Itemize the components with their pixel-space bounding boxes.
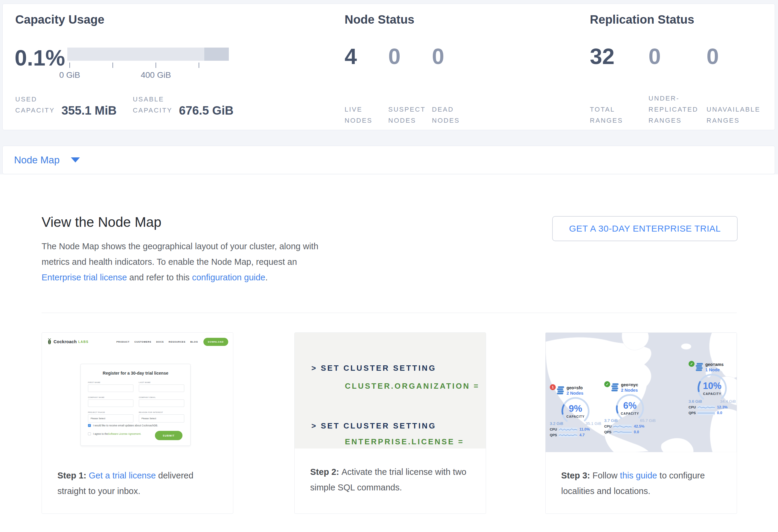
total-ranges-stat: 32 TOTAL RANGES [590,45,648,126]
mini-field-first-name: FIRST NAME [88,381,134,392]
cpu-label: CPU [604,425,613,428]
mini-nav-docs: DOCS [156,340,164,343]
qps-label: QPS [550,433,558,437]
step2-text: Step 2: Activate the trial license with … [295,449,486,514]
capacity-tick [199,63,199,68]
cpu-value: 12.3% [717,405,727,409]
mini-nav-customers: CUSTOMERS [134,340,151,343]
error-badge-icon: 1 [550,384,556,390]
mini-text-input [139,384,184,392]
suspect-nodes-label: SUSPECT NODES [388,104,432,126]
mini-site-brand: Cockroach [54,339,77,344]
step3-body: Follow [593,471,620,480]
suspect-nodes-stat: 0 SUSPECT NODES [388,45,432,126]
locality-nyc: ✓ geo=nyc 2 Nodes 6% CAPACITY [604,382,656,434]
capacity-tick [69,63,70,68]
locality-node-count: 1 Node [705,367,723,373]
page-title: View the Node Map [42,214,161,230]
sql-line-1: > SET CLUSTER SETTING [311,364,436,373]
qps-sparkline-icon [613,430,632,434]
locality-sfo: 1 geo=sfo 2 Nodes 9% CAPACITY [550,385,601,437]
node-map-dropdown-label: Node Map [14,154,60,166]
cockroach-logo-icon [47,338,52,345]
mini-checkbox-license: I agree to the Software License Agreemen… [88,432,141,435]
live-nodes-label: LIVE NODES [344,104,388,126]
total-ranges-label: TOTAL RANGES [590,104,648,126]
database-stack-icon [695,363,703,371]
get-trial-license-link[interactable]: Get a trial license [89,471,156,480]
ok-badge-icon: ✓ [604,381,610,387]
node-map-dropdown[interactable]: Node Map [2,146,775,174]
qps-sparkline-icon [698,411,715,415]
cpu-label: CPU [550,428,558,431]
capacity-caption: CAPACITY [615,412,645,415]
mini-site-header: Cockroach LABS PRODUCT CUSTOMERS DOCS RE… [47,337,228,347]
this-guide-link[interactable]: this guide [620,471,657,480]
node-status-stats: 4 LIVE NODES 0 SUSPECT NODES 0 DEAD NODE… [344,45,477,126]
capacity-tick-label-0: 0 GiB [59,70,80,80]
mini-field-project-phase: PROJECT PHASE Please Select [88,411,134,423]
capacity-tick-label-400: 400 GiB [141,70,171,80]
mini-license-link: Software License Agreement. [108,432,141,435]
live-nodes-value: 4 [344,45,388,68]
mini-text-input [88,384,134,392]
capacity-caption: CAPACITY [560,415,591,418]
mini-nav-blog: BLOG [190,340,198,343]
capacity-gauge: 6% CAPACITY [615,393,645,423]
cpu-label: CPU [689,405,697,409]
sql-line-2: CLUSTER.ORGANIZATION = [345,381,479,391]
unavailable-ranges-value: 0 [706,45,766,68]
description-text: and refer to this [127,273,192,282]
step3-label: Step 3: [561,471,593,480]
step1-label: Step 1: [58,471,89,480]
locality-name: geo=nyc [621,382,638,387]
step3-card: 1 geo=sfo 2 Nodes 9% CAPACITY [545,332,737,514]
mini-checkbox-text: I would like to receive email updates ab… [93,424,158,427]
mini-checkbox-text: I agree to the [93,432,108,435]
mini-field-label: LAST NAME [139,381,184,383]
configuration-guide-link[interactable]: configuration guide [192,273,265,282]
qps-value: 4.7 [579,433,585,437]
under-replicated-stat: 0 UNDER- REPLICATED RANGES [648,45,706,126]
mini-field-company-name: COMPANY NAME [88,396,134,407]
step1-text: Step 1: Get a trial license delivered st… [42,452,233,514]
mini-form-title: Register for a 30-day trial license [81,371,190,376]
chevron-down-icon [71,157,80,162]
capacity-percent: 10% [697,381,728,391]
qps-sparkline-icon [559,433,577,437]
replication-status-title: Replication Status [590,13,694,26]
cpu-sparkline-icon [613,425,632,429]
capacity-gauge: 9% CAPACITY [560,396,591,426]
qps-label: QPS [689,411,697,415]
capacity-gauge: 10% CAPACITY [697,373,728,404]
qps-label: QPS [604,430,613,434]
mini-field-label: REASON FOR INTEREST [139,411,184,413]
cpu-sparkline-icon [559,428,577,432]
sql-line-4: ENTERPRISE.LICENSE = [345,437,464,446]
mini-select: Please Select [139,414,184,423]
dead-nodes-label: DEAD NODES [432,104,477,126]
locality-node-count: 2 Nodes [621,387,638,393]
step2-label: Step 2: [310,467,341,477]
under-replicated-value: 0 [648,45,706,68]
locality-name: geo=ams [705,362,723,367]
sql-commands-panel: > SET CLUSTER SETTING CLUSTER.ORGANIZATI… [295,333,486,449]
under-replicated-label: UNDER- REPLICATED RANGES [648,93,706,126]
mini-field-label: PROJECT PHASE [88,411,134,413]
description-text: . [265,273,268,282]
get-enterprise-trial-button[interactable]: GET A 30-DAY ENTERPRISE TRIAL [552,216,737,241]
unavailable-ranges-label: UNAVAILABLE RANGES [706,104,766,126]
qps-value: 0.0 [717,411,722,415]
qps-value: 0.0 [634,430,639,434]
live-nodes-stat: 4 LIVE NODES [344,45,388,126]
enterprise-trial-license-link[interactable]: Enterprise trial license [42,273,127,282]
cpu-value: 42.5% [634,424,644,429]
locality-name: geo=sfo [566,385,583,390]
mini-field-label: FIRST NAME [88,381,134,383]
mini-field-reason: REASON FOR INTEREST Please Select [139,411,184,423]
capacity-bar [67,48,229,61]
mini-download-button: DOWNLOAD [204,338,228,346]
capacity-used-percent: 0.1% [15,45,65,71]
database-stack-icon [557,386,564,395]
usable-capacity-label: USABLE CAPACITY [133,94,172,116]
